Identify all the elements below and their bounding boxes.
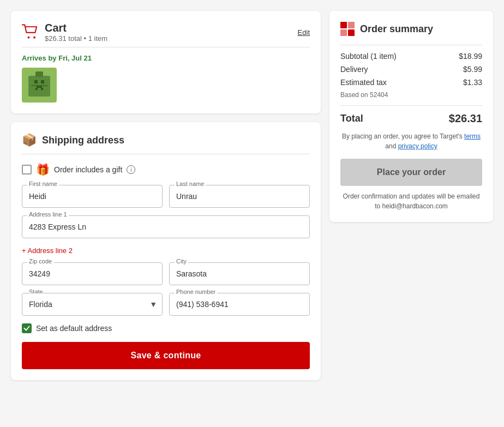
zip-city-row: Zip code City — [22, 262, 310, 285]
gift-checkbox[interactable] — [22, 165, 32, 175]
confirmation-text: Order confirmation and updates will be e… — [340, 191, 482, 211]
delivery-value: $5.99 — [463, 65, 482, 74]
gift-icon: 🎁 — [36, 163, 50, 176]
total-row: Total $26.31 — [340, 112, 482, 125]
arrival-text: Arrives by Fri, Jul 21 — [22, 54, 310, 62]
first-name-input[interactable] — [22, 185, 163, 208]
place-order-button[interactable]: Place your order — [340, 159, 482, 186]
state-select[interactable]: Florida Alabama Alaska California New Yo… — [22, 293, 163, 316]
cart-total: $26.31 total — [45, 34, 82, 43]
city-label: City — [175, 258, 188, 264]
tax-value: $1.33 — [463, 78, 482, 87]
first-name-field: First name — [22, 185, 163, 208]
cart-title-text: Cart $26.31 total • 1 item — [45, 22, 107, 43]
phone-input[interactable] — [169, 293, 310, 316]
subtotal-label: Subtotal (1 item) — [340, 52, 397, 61]
edit-link[interactable]: Edit — [298, 28, 310, 37]
checkmark-icon — [23, 325, 30, 332]
svg-rect-6 — [35, 88, 38, 90]
address1-row: Address line 1 — [22, 215, 310, 238]
delivery-label: Delivery — [340, 65, 368, 74]
svg-rect-7 — [41, 88, 43, 90]
address1-field: Address line 1 — [22, 215, 310, 238]
terms-text-prefix: By placing an order, you agree to Target… — [342, 133, 464, 140]
terms-text-and: and — [385, 142, 398, 150]
zip-input[interactable] — [22, 262, 163, 285]
summary-top-divider — [340, 45, 482, 45]
default-address-row: Set as default address — [22, 323, 310, 333]
tax-label: Estimated tax — [340, 78, 387, 87]
tax-note: Based on 52404 — [340, 91, 482, 99]
svg-rect-8 — [35, 71, 43, 77]
terms-link[interactable]: terms — [464, 133, 481, 140]
privacy-policy-link[interactable]: privacy policy — [398, 142, 437, 150]
svg-point-0 — [27, 36, 29, 38]
product-image — [26, 70, 53, 100]
subtotal-row: Subtotal (1 item) $18.99 — [340, 52, 482, 61]
name-row: First name Last name — [22, 185, 310, 208]
order-summary-title: Order summary — [360, 23, 433, 35]
order-summary-icon — [340, 22, 355, 36]
address1-label: Address line 1 — [27, 211, 69, 218]
city-input[interactable] — [169, 262, 310, 285]
shipping-title: Shipping address — [42, 135, 124, 146]
total-value: $26.31 — [449, 112, 482, 125]
cart-divider — [22, 47, 310, 47]
cart-title-group: Cart $26.31 total • 1 item — [22, 22, 107, 43]
gift-label: Order includes a gift — [54, 165, 122, 174]
cart-header: Cart $26.31 total • 1 item Edit — [22, 22, 310, 43]
cart-item-count: 1 item — [88, 34, 107, 43]
order-summary-card: Order summary Subtotal (1 item) $18.99 D… — [329, 11, 493, 222]
state-field: State Florida Alabama Alaska California … — [22, 293, 163, 316]
delivery-row: Delivery $5.99 — [340, 65, 482, 74]
info-icon[interactable]: i — [127, 165, 135, 174]
city-field: City — [169, 262, 310, 285]
state-select-wrapper: Florida Alabama Alaska California New Yo… — [22, 293, 163, 316]
save-continue-button[interactable]: Save & continue — [22, 342, 310, 369]
cart-card: Cart $26.31 total • 1 item Edit Arrives … — [11, 11, 321, 113]
svg-rect-3 — [34, 80, 38, 83]
phone-field: Phone number — [169, 293, 310, 316]
gift-row: 🎁 Order includes a gift i — [22, 163, 310, 176]
add-address-line-link[interactable]: + Address line 2 — [22, 246, 73, 255]
first-name-label: First name — [27, 181, 59, 187]
cart-title: Cart — [45, 22, 107, 34]
total-label: Total — [340, 113, 363, 124]
shipping-icon: 📦 — [22, 133, 37, 147]
product-thumbnail — [22, 68, 57, 103]
zip-field: Zip code — [22, 262, 163, 285]
shipping-header: 📦 Shipping address — [22, 133, 310, 147]
zip-label: Zip code — [27, 258, 53, 264]
tax-row: Estimated tax $1.33 — [340, 78, 482, 87]
default-address-checkbox[interactable] — [22, 323, 32, 333]
state-phone-row: State Florida Alabama Alaska California … — [22, 293, 310, 316]
order-summary-header: Order summary — [340, 22, 482, 36]
shipping-divider — [22, 154, 310, 154]
address1-input[interactable] — [22, 215, 310, 238]
last-name-label: Last name — [175, 181, 206, 187]
phone-label: Phone number — [175, 288, 217, 295]
default-address-label: Set as default address — [36, 324, 112, 333]
total-divider — [340, 105, 482, 106]
terms-text: By placing an order, you agree to Target… — [340, 131, 482, 151]
last-name-input[interactable] — [169, 185, 310, 208]
svg-rect-4 — [41, 80, 44, 83]
shipping-address-card: 📦 Shipping address 🎁 Order includes a gi… — [11, 122, 321, 380]
cart-icon — [22, 24, 39, 41]
last-name-field: Last name — [169, 185, 310, 208]
cart-meta: $26.31 total • 1 item — [45, 34, 107, 43]
svg-point-1 — [33, 36, 35, 38]
subtotal-value: $18.99 — [459, 52, 482, 61]
